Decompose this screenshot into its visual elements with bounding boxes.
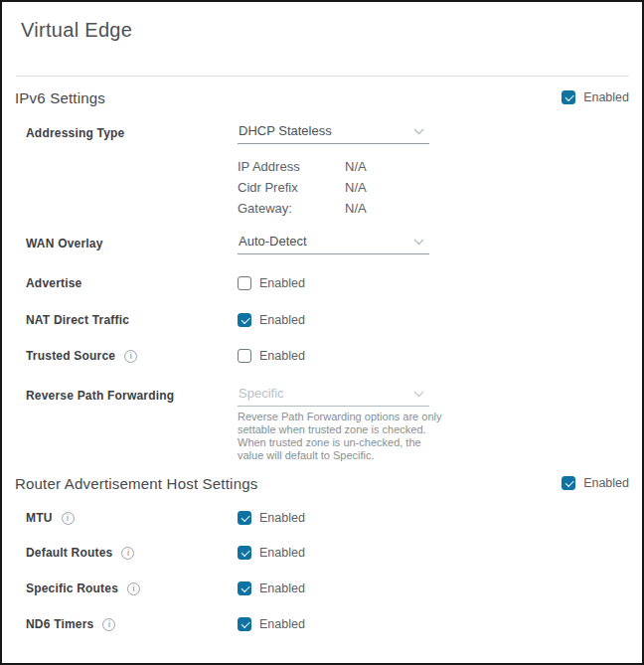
nd6-timers-enabled-label: Enabled	[259, 617, 305, 631]
checkbox-icon	[238, 582, 251, 595]
checkbox-icon	[238, 511, 251, 525]
ra-host-section-title: Router Advertisement Host Settings	[15, 475, 257, 492]
info-icon[interactable]: i	[121, 547, 134, 560]
ipv6-section-title: IPv6 Settings	[15, 89, 105, 106]
cidr-prefix-label: Cidr Prefix	[238, 180, 345, 195]
cidr-prefix-value: N/A	[345, 180, 367, 195]
advertise-enabled-label: Enabled	[259, 276, 305, 290]
info-icon[interactable]: i	[62, 512, 75, 525]
advertise-label: Advertise	[26, 276, 82, 290]
chevron-down-icon	[413, 128, 424, 135]
nat-direct-traffic-row: NAT Direct Traffic Enabled	[26, 313, 642, 327]
checkbox-icon	[562, 476, 575, 490]
nd6-timers-enabled-checkbox[interactable]: Enabled	[238, 617, 305, 631]
reverse-path-forwarding-select: Specific	[238, 385, 429, 407]
info-icon[interactable]: i	[124, 350, 137, 363]
default-routes-enabled-checkbox[interactable]: Enabled	[238, 546, 305, 560]
info-icon[interactable]: i	[127, 582, 140, 595]
ip-address-label: IP Address	[238, 159, 345, 174]
ra-host-enabled-checkbox[interactable]: Enabled	[562, 476, 629, 490]
nat-direct-traffic-label: NAT Direct Traffic	[26, 313, 129, 327]
wan-overlay-label: WAN Overlay	[26, 237, 103, 250]
default-routes-row: Default Routes i Enabled	[26, 546, 642, 560]
reverse-path-forwarding-row: Reverse Path Forwarding Specific	[26, 385, 642, 407]
chevron-down-icon	[413, 391, 424, 398]
checkbox-icon	[238, 313, 251, 327]
checkbox-icon	[238, 349, 251, 363]
reverse-path-forwarding-help-text: Reverse Path Forwarding options are only…	[238, 411, 448, 462]
checkbox-icon	[238, 546, 251, 560]
checkbox-icon	[562, 90, 575, 104]
cidr-prefix-row: Cidr Prefix N/A	[238, 177, 642, 198]
addressing-type-select[interactable]: DHCP Stateless	[238, 122, 429, 144]
checkbox-icon	[238, 617, 251, 631]
mtu-label: MTU	[26, 511, 53, 525]
default-routes-enabled-label: Enabled	[259, 546, 305, 560]
mtu-row: MTU i Enabled	[26, 511, 642, 525]
addressing-type-row: Addressing Type DHCP Stateless	[26, 122, 642, 144]
nat-direct-traffic-enabled-checkbox[interactable]: Enabled	[238, 313, 305, 327]
divider	[16, 76, 629, 77]
mtu-enabled-checkbox[interactable]: Enabled	[238, 511, 305, 525]
mtu-enabled-label: Enabled	[259, 511, 305, 525]
ra-host-enabled-label: Enabled	[583, 476, 629, 490]
specific-routes-row: Specific Routes i Enabled	[26, 582, 642, 595]
ra-host-section-header: Router Advertisement Host Settings Enabl…	[15, 474, 629, 492]
checkbox-icon	[238, 276, 251, 290]
ipv6-section-header: IPv6 Settings Enabled	[15, 88, 629, 106]
gateway-value: N/A	[345, 201, 367, 216]
default-routes-label: Default Routes	[26, 546, 112, 560]
reverse-path-forwarding-value: Specific	[239, 386, 284, 401]
ipv6-enabled-label: Enabled	[583, 90, 629, 104]
specific-routes-enabled-label: Enabled	[259, 582, 305, 595]
wan-overlay-row: WAN Overlay Auto-Detect	[26, 233, 642, 254]
addressing-type-value: DHCP Stateless	[239, 123, 332, 138]
address-details: IP Address N/A Cidr Prefix N/A Gateway: …	[238, 156, 642, 219]
virtual-edge-panel: Virtual Edge IPv6 Settings Enabled Addre…	[0, 0, 644, 665]
page-title: Virtual Edge	[21, 18, 642, 42]
trusted-source-enabled-checkbox[interactable]: Enabled	[238, 349, 305, 363]
nd6-timers-row: ND6 Timers i Enabled	[26, 617, 642, 631]
trusted-source-enabled-label: Enabled	[259, 349, 305, 363]
nat-direct-traffic-enabled-label: Enabled	[259, 313, 305, 327]
trusted-source-row: Trusted Source i Enabled	[26, 349, 642, 363]
reverse-path-forwarding-label: Reverse Path Forwarding	[26, 389, 174, 403]
wan-overlay-select[interactable]: Auto-Detect	[238, 233, 429, 254]
specific-routes-enabled-checkbox[interactable]: Enabled	[238, 582, 305, 595]
trusted-source-label: Trusted Source	[26, 349, 115, 363]
nd6-timers-label: ND6 Timers	[26, 617, 93, 631]
gateway-label: Gateway:	[238, 201, 345, 216]
specific-routes-label: Specific Routes	[26, 582, 118, 595]
info-icon[interactable]: i	[102, 618, 115, 631]
addressing-type-label: Addressing Type	[26, 126, 124, 140]
wan-overlay-value: Auto-Detect	[239, 234, 307, 249]
gateway-row: Gateway: N/A	[238, 198, 642, 219]
chevron-down-icon	[413, 239, 424, 246]
advertise-enabled-checkbox[interactable]: Enabled	[238, 276, 305, 290]
advertise-row: Advertise Enabled	[26, 276, 642, 290]
ipv6-enabled-checkbox[interactable]: Enabled	[562, 90, 629, 104]
ip-address-value: N/A	[345, 159, 367, 174]
ip-address-row: IP Address N/A	[238, 156, 642, 177]
